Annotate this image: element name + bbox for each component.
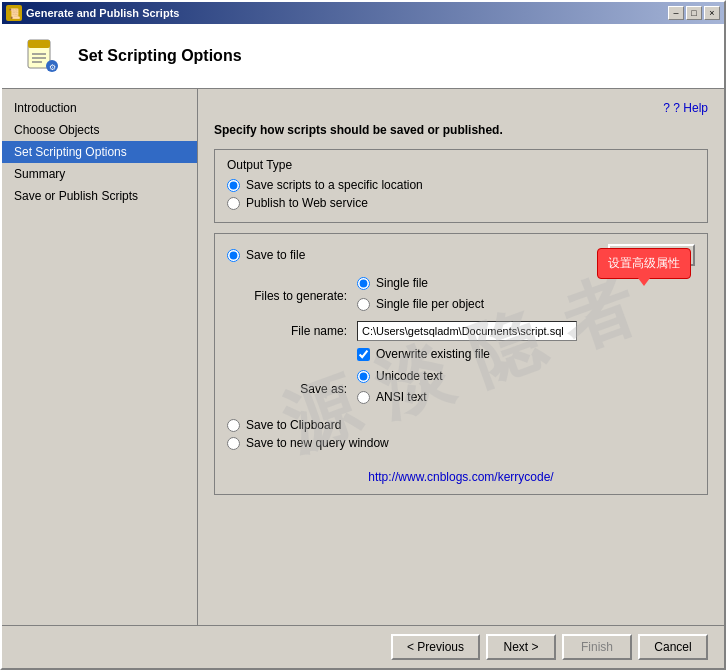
save-to-file-radio[interactable]: [227, 249, 240, 262]
clipboard-radio[interactable]: [227, 419, 240, 432]
bottom-bar: < Previous Next > Finish Cancel: [2, 625, 724, 668]
output-option-1: Publish to Web service: [227, 196, 695, 210]
sidebar: Introduction Choose Objects Set Scriptin…: [2, 89, 198, 625]
window-icon: 📜: [6, 5, 22, 21]
single-file-per-object-radio[interactable]: [357, 298, 370, 311]
cancel-button[interactable]: Cancel: [638, 634, 708, 660]
save-to-file-radio-row: Save to file: [227, 248, 305, 262]
filename-label: File name:: [227, 324, 357, 338]
save-as-option-0: Unicode text: [357, 369, 443, 383]
filename-row: File name:: [227, 321, 695, 341]
output-label-0: Save scripts to a specific location: [246, 178, 423, 192]
title-bar-left: 📜 Generate and Publish Scripts: [6, 5, 179, 21]
sidebar-item-summary[interactable]: Summary: [2, 163, 197, 185]
unicode-label: Unicode text: [376, 369, 443, 383]
svg-rect-1: [28, 40, 50, 48]
overwrite-label: Overwrite existing file: [376, 347, 490, 361]
clipboard-row: Save to Clipboard: [227, 418, 695, 432]
content-panel: ? ? Help Specify how scripts should be s…: [198, 89, 724, 625]
header-icon: ⚙: [22, 36, 62, 76]
files-controls: Single file Single file per object: [357, 276, 484, 315]
save-as-row: Save as: Unicode text ANSI text: [227, 369, 695, 408]
blog-link[interactable]: http://www.cnblogs.com/kerrycode/: [227, 470, 695, 484]
sidebar-item-set-scripting-options[interactable]: Set Scripting Options: [2, 141, 197, 163]
overwrite-checkbox[interactable]: [357, 348, 370, 361]
output-option-0: Save scripts to a specific location: [227, 178, 695, 192]
new-query-radio[interactable]: [227, 437, 240, 450]
ansi-radio[interactable]: [357, 391, 370, 404]
header-area: ⚙ Set Scripting Options: [2, 24, 724, 89]
overwrite-row: Overwrite existing file: [357, 347, 695, 361]
callout-tooltip: 设置高级属性: [597, 248, 691, 279]
close-button[interactable]: ×: [704, 6, 720, 20]
save-as-option-1: ANSI text: [357, 390, 443, 404]
save-to-file-label: Save to file: [246, 248, 305, 262]
clipboard-label: Save to Clipboard: [246, 418, 341, 432]
svg-text:⚙: ⚙: [49, 63, 56, 72]
save-as-label: Save as:: [227, 382, 357, 396]
files-row: Files to generate: Single file Single fi…: [227, 276, 695, 315]
new-query-row: Save to new query window: [227, 436, 695, 450]
single-file-label: Single file: [376, 276, 428, 290]
maximize-button[interactable]: □: [686, 6, 702, 20]
sidebar-item-choose-objects[interactable]: Choose Objects: [2, 119, 197, 141]
output-radio-0[interactable]: [227, 179, 240, 192]
instruction-text: Specify how scripts should be saved or p…: [214, 123, 708, 137]
main-window: 📜 Generate and Publish Scripts – □ × ⚙: [0, 0, 726, 670]
previous-button[interactable]: < Previous: [391, 634, 480, 660]
next-button[interactable]: Next >: [486, 634, 556, 660]
help-link[interactable]: ? ? Help: [214, 101, 708, 115]
save-box-outer: Save to file Advanced... 源 淡 隐 者 Files t…: [214, 233, 708, 495]
minimize-button[interactable]: –: [668, 6, 684, 20]
other-options: Save to Clipboard Save to new query wind…: [227, 418, 695, 450]
main-content: ⚙ Set Scripting Options Introduction Cho…: [2, 24, 724, 668]
filename-input[interactable]: [357, 321, 577, 341]
title-buttons: – □ ×: [668, 6, 720, 20]
sidebar-item-save-publish[interactable]: Save or Publish Scripts: [2, 185, 197, 207]
output-label-1: Publish to Web service: [246, 196, 368, 210]
window-title: Generate and Publish Scripts: [26, 7, 179, 19]
output-radio-1[interactable]: [227, 197, 240, 210]
save-box: Save to file Advanced... 源 淡 隐 者 Files t…: [214, 233, 708, 495]
page-title: Set Scripting Options: [78, 47, 242, 65]
output-type-label: Output Type: [227, 158, 695, 172]
body-area: Introduction Choose Objects Set Scriptin…: [2, 89, 724, 625]
save-as-controls: Unicode text ANSI text: [357, 369, 443, 408]
single-file-radio[interactable]: [357, 277, 370, 290]
finish-button[interactable]: Finish: [562, 634, 632, 660]
unicode-radio[interactable]: [357, 370, 370, 383]
ansi-label: ANSI text: [376, 390, 427, 404]
single-file-per-object-label: Single file per object: [376, 297, 484, 311]
title-bar: 📜 Generate and Publish Scripts – □ ×: [2, 2, 724, 24]
output-type-group: Output Type Save scripts to a specific l…: [214, 149, 708, 223]
files-label: Files to generate:: [227, 289, 357, 303]
new-query-label: Save to new query window: [246, 436, 389, 450]
sidebar-item-introduction[interactable]: Introduction: [2, 97, 197, 119]
files-option-0: Single file: [357, 276, 484, 290]
files-option-1: Single file per object: [357, 297, 484, 311]
help-icon: ?: [663, 101, 670, 115]
